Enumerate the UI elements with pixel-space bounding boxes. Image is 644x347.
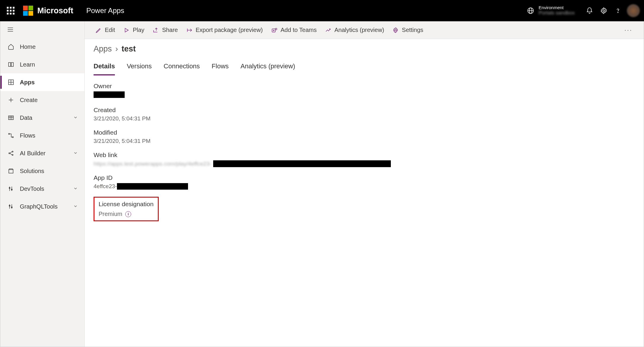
nav-item-ai-builder[interactable]: AI Builder [0, 144, 84, 162]
chevron-down-icon [73, 150, 78, 157]
main-region: Home Learn Apps Create Data [0, 21, 644, 347]
cmd-edit[interactable]: Edit [93, 25, 117, 35]
nav-item-create[interactable]: Create [0, 91, 84, 109]
waffle-icon [7, 7, 15, 14]
cmd-overflow[interactable]: ··· [621, 25, 635, 36]
content-region: Edit Play Share Export package (preview)… [85, 21, 644, 347]
license-highlight-box: License designation Premium i [94, 197, 159, 221]
command-bar: Edit Play Share Export package (preview)… [85, 21, 644, 39]
redacted-value [117, 183, 188, 190]
share-icon [152, 27, 159, 33]
field-value: 3/21/2020, 5:04:31 PM [94, 138, 635, 144]
ai-icon [7, 150, 15, 156]
cmd-label: Edit [105, 27, 115, 33]
field-label: License designation [99, 201, 154, 208]
chart-icon [325, 27, 331, 33]
nav-item-data[interactable]: Data [0, 109, 84, 127]
settings-button[interactable] [597, 4, 611, 18]
hamburger-icon [7, 26, 14, 33]
nav-item-graphqltools[interactable]: GraphQLTools [0, 198, 84, 215]
environment-label: Environment [539, 5, 575, 10]
tab-analytics[interactable]: Analytics (preview) [240, 60, 295, 75]
field-label: Modified [94, 129, 635, 136]
field-label: Owner [94, 83, 635, 90]
field-modified: Modified 3/21/2020, 5:04:31 PM [94, 129, 635, 144]
field-owner: Owner [94, 83, 635, 99]
teams-icon [271, 27, 278, 33]
notifications-button[interactable] [582, 4, 597, 18]
cmd-label: Export package (preview) [196, 27, 263, 33]
nav-item-devtools[interactable]: DevTools [0, 180, 84, 198]
chevron-down-icon [73, 114, 78, 121]
svg-point-4 [618, 12, 618, 13]
nav-label: Apps [20, 79, 35, 86]
environment-picker[interactable]: Environment Portals sandbox [527, 5, 575, 16]
info-icon[interactable]: i [125, 211, 131, 217]
svg-line-22 [10, 152, 12, 154]
field-label: Created [94, 106, 635, 114]
gear-icon [392, 27, 399, 33]
table-icon [7, 114, 15, 121]
nav-collapse-button[interactable] [0, 21, 84, 38]
user-avatar[interactable] [627, 4, 640, 17]
tab-details[interactable]: Details [94, 60, 115, 75]
field-label: Web link [94, 151, 635, 159]
nav-label: AI Builder [20, 150, 46, 157]
nav-item-solutions[interactable]: Solutions [0, 162, 84, 180]
tab-versions[interactable]: Versions [127, 60, 152, 75]
chevron-right-icon: › [115, 44, 118, 54]
play-icon [123, 27, 130, 33]
svg-rect-13 [9, 116, 14, 120]
cmd-add-to-teams[interactable]: Add to Teams [269, 25, 319, 35]
field-value: 3/21/2020, 5:04:31 PM [94, 115, 635, 122]
svg-point-18 [12, 137, 14, 138]
bell-icon [586, 7, 593, 14]
svg-point-17 [9, 133, 10, 135]
product-name[interactable]: Power Apps [86, 7, 124, 15]
field-created: Created 3/21/2020, 5:04:31 PM [94, 106, 635, 122]
pencil-icon [95, 27, 102, 33]
apps-icon [7, 79, 15, 85]
app-launcher-button[interactable] [4, 4, 17, 17]
cmd-export[interactable]: Export package (preview) [184, 25, 265, 35]
environment-name: Portals sandbox [539, 10, 575, 16]
field-weblink: Web link https://apps.test.powerapps.com… [94, 151, 635, 167]
tab-connections[interactable]: Connections [164, 60, 200, 75]
svg-point-3 [603, 10, 605, 12]
nav-item-learn[interactable]: Learn [0, 56, 84, 73]
svg-point-19 [9, 153, 10, 154]
breadcrumb-root[interactable]: Apps [94, 44, 112, 54]
cmd-share[interactable]: Share [150, 25, 180, 35]
svg-rect-24 [9, 170, 13, 173]
nav-item-home[interactable]: Home [0, 38, 84, 56]
left-nav: Home Learn Apps Create Data [0, 21, 85, 347]
nav-label: GraphQLTools [20, 203, 57, 210]
tab-flows[interactable]: Flows [212, 60, 229, 75]
breadcrumb-current: test [122, 44, 136, 54]
cmd-play[interactable]: Play [121, 25, 147, 35]
package-icon [7, 168, 15, 174]
chevron-down-icon [73, 203, 78, 210]
microsoft-wordmark: Microsoft [37, 6, 73, 15]
cmd-label: Add to Teams [281, 27, 317, 33]
home-icon [7, 43, 15, 50]
globe-icon [527, 7, 534, 14]
svg-point-39 [395, 29, 397, 31]
redacted-value [213, 160, 391, 167]
cmd-settings[interactable]: Settings [390, 25, 425, 35]
global-header: Microsoft Power Apps Environment Portals… [0, 0, 644, 21]
cmd-analytics[interactable]: Analytics (preview) [322, 25, 386, 35]
nav-label: Home [20, 43, 36, 50]
plus-icon [7, 97, 15, 103]
nav-item-apps[interactable]: Apps [0, 73, 84, 91]
cmd-label: Play [133, 27, 144, 33]
nav-item-flows[interactable]: Flows [0, 127, 84, 144]
help-button[interactable] [611, 4, 625, 18]
breadcrumb: Apps › test [94, 44, 635, 54]
field-value-prefix: 4effce23- [94, 183, 117, 190]
svg-point-21 [12, 154, 13, 156]
license-value: Premium [99, 211, 122, 217]
svg-line-23 [10, 153, 12, 155]
gear-icon [600, 7, 607, 14]
tab-list: Details Versions Connections Flows Analy… [94, 60, 635, 75]
